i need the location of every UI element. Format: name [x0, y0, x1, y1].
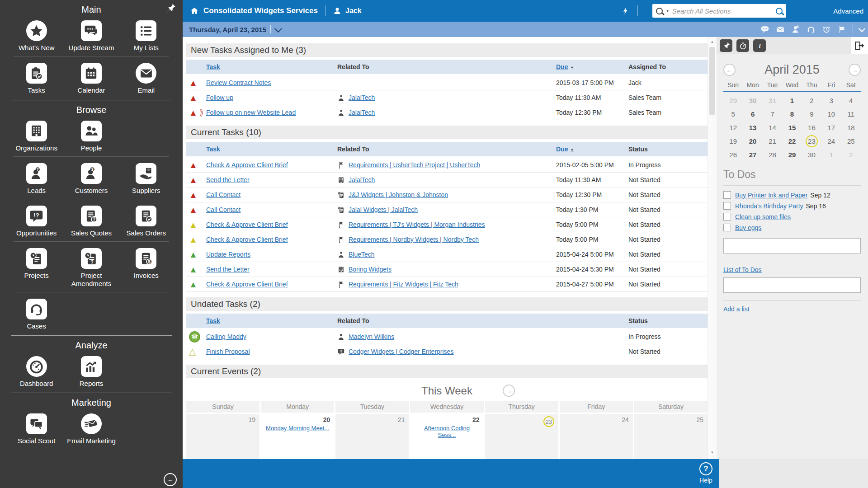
calendar-date[interactable]: 18 [841, 122, 861, 133]
todo-link[interactable]: Rhonda's Birthday Party [735, 202, 803, 210]
today-date[interactable]: 23 [543, 416, 554, 427]
sidebar-item-sales-quotes[interactable]: ?Sales Quotes [64, 206, 118, 237]
todo-link[interactable]: Buy eggs [735, 224, 761, 231]
event-link[interactable]: Afternoon Coding Sess... [414, 425, 479, 438]
mail-icon[interactable] [776, 25, 785, 34]
pin-icon[interactable] [720, 39, 732, 52]
todo-checkbox[interactable] [723, 224, 731, 231]
column-header-due[interactable]: Due▲ [556, 145, 628, 153]
calendar-date[interactable]: 28 [763, 149, 782, 160]
column-header-task[interactable]: Task [206, 63, 337, 70]
column-header-task[interactable]: Task [206, 317, 337, 324]
sidebar-item-leads[interactable]: ?Leads [9, 163, 64, 194]
task-link[interactable]: Call Contact [206, 206, 241, 213]
sidebar-item-calendar[interactable]: Calendar [64, 63, 118, 94]
calendar-date[interactable]: 1 [821, 149, 841, 160]
sidebar-item-invoices[interactable]: $Invoices [119, 248, 174, 287]
calendar-date[interactable]: 15 [782, 122, 802, 133]
help-button[interactable]: ? Help [699, 462, 712, 484]
calendar-date[interactable]: 9 [802, 108, 821, 120]
calendar-date[interactable]: 7 [763, 108, 782, 120]
column-header-task[interactable]: Task [206, 145, 337, 153]
task-link[interactable]: Update Reports [206, 251, 250, 258]
prev-month-button[interactable]: ← [723, 64, 736, 76]
column-header-due[interactable]: Due▲ [556, 63, 628, 70]
calendar-date[interactable]: 12 [723, 122, 743, 133]
calendar-date[interactable]: 13 [743, 122, 762, 133]
task-link[interactable]: Check & Approve Client Brief [206, 161, 288, 169]
search-type-caret-icon[interactable]: ▾ [666, 9, 669, 13]
calendar-date[interactable]: 3 [821, 95, 841, 106]
flag-icon[interactable] [837, 25, 846, 34]
task-link[interactable]: Finish Proposal [206, 348, 250, 355]
task-link[interactable]: Follow up [206, 94, 233, 101]
sidebar-item-update-stream[interactable]: Update Stream [64, 20, 118, 52]
sidebar-item-projects[interactable]: Projects [9, 248, 64, 287]
calendar-date[interactable]: 29 [782, 149, 802, 160]
alarm-icon[interactable] [822, 25, 831, 34]
user-icon[interactable] [333, 6, 342, 15]
sidebar-item-what-s-new[interactable]: What's New [9, 20, 64, 52]
calendar-date[interactable]: 5 [723, 108, 743, 120]
calendar-date[interactable]: 16 [802, 122, 821, 133]
sidebar-item-cases[interactable]: Cases [9, 299, 64, 330]
related-to-link[interactable]: JalalTech [349, 94, 375, 101]
user-name[interactable]: Jack [345, 7, 362, 15]
main-scrollbar[interactable]: ▲ ▼ [708, 37, 717, 459]
todo-link[interactable]: Buy Printer Ink and Paper [735, 192, 807, 199]
calendar-date[interactable]: 27 [743, 149, 762, 160]
calendar-date[interactable]: 26 [723, 149, 743, 160]
sidebar-item-people[interactable]: People [64, 121, 118, 152]
today-date[interactable]: 23 [806, 135, 818, 147]
calendar-date[interactable]: 24 [821, 136, 841, 147]
new-todo-input[interactable] [723, 238, 861, 253]
sidebar-item-email-marketing[interactable]: Email Marketing [64, 413, 118, 445]
todo-link[interactable]: Clean up some files [735, 213, 791, 221]
sidebar-item-opportunities[interactable]: !?Opportunities [9, 206, 64, 237]
related-to-link[interactable]: Requirements | Fitz Widgets | Fitz Tech [349, 281, 458, 288]
sidebar-item-tasks[interactable]: Tasks [9, 63, 64, 94]
calendar-date[interactable]: 22 [782, 136, 802, 147]
calendar-date[interactable]: 2 [841, 149, 861, 160]
todo-list-input[interactable] [723, 277, 861, 293]
related-to-link[interactable]: Boring Widgets [349, 266, 392, 273]
timer-icon[interactable] [736, 39, 749, 52]
todo-checkbox[interactable] [723, 202, 731, 210]
search-type-icon[interactable] [656, 8, 663, 14]
related-to-link[interactable]: Requirements | UsherTech Project | Usher… [349, 161, 480, 169]
detach-panel-icon[interactable] [851, 37, 868, 54]
add-list-link[interactable]: Add a list [723, 305, 750, 313]
calendar-date[interactable]: 8 [782, 108, 802, 120]
calendar-date[interactable]: 21 [763, 136, 782, 147]
task-link[interactable]: Call Contact [206, 191, 241, 198]
search-input[interactable] [671, 7, 776, 15]
sidebar-item-sales-orders[interactable]: Sales Orders [119, 206, 174, 237]
headset-icon[interactable] [807, 25, 816, 34]
task-link[interactable]: Send the Letter [206, 176, 250, 183]
task-link[interactable]: Follow up on new Website Lead [206, 109, 296, 116]
calendar-date[interactable]: 2 [802, 95, 821, 106]
related-to-link[interactable]: J&J Widgets | Johnston & Johnston [349, 191, 448, 198]
sidebar-item-email[interactable]: Email [119, 63, 174, 94]
info-icon[interactable]: i [753, 39, 766, 52]
advanced-search-link[interactable]: Advanced [833, 7, 863, 15]
todo-checkbox[interactable] [723, 191, 731, 199]
related-to-link[interactable]: BlueTech [349, 251, 375, 258]
calendar-date[interactable]: 23 [802, 136, 821, 147]
calendar-date[interactable]: 11 [841, 108, 861, 120]
calendar-date[interactable]: 20 [743, 136, 762, 147]
task-link[interactable]: Send the Letter [206, 266, 250, 273]
calendar-date[interactable]: 25 [841, 136, 861, 147]
related-to-link[interactable]: Madelyn Wilkins [349, 333, 394, 340]
calendar-date[interactable]: 30 [743, 95, 762, 106]
lightning-icon[interactable] [621, 6, 630, 15]
next-week-button[interactable]: → [503, 385, 515, 397]
scroll-up-icon[interactable]: ▲ [708, 40, 717, 44]
task-link[interactable]: Check & Approve Client Brief [206, 281, 288, 288]
panel-chevron-down-icon[interactable] [859, 25, 866, 32]
todo-list-link[interactable]: List of To Dos [723, 266, 762, 273]
task-link[interactable]: Review Contract Notes [206, 79, 271, 86]
related-to-link[interactable]: Codger Widgets | Codger Enterprises [349, 348, 453, 355]
sidebar-item-my-lists[interactable]: My Lists [119, 20, 174, 52]
scroll-down-icon[interactable]: ▼ [708, 450, 717, 455]
